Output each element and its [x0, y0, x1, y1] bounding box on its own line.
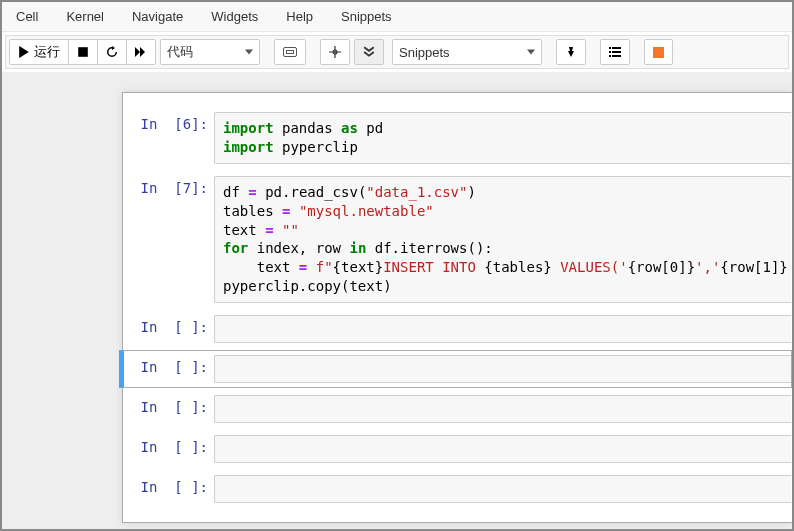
svg-marker-2 — [135, 47, 140, 57]
code-token: read_csv( — [290, 184, 366, 200]
code-token: {row[1]} — [720, 259, 787, 275]
menubar: Cell Kernel Navigate Widgets Help Snippe… — [2, 2, 792, 32]
code-cell[interactable]: In [7]:df = pd.read_csv("data_1.csv")tab… — [123, 171, 792, 308]
code-cell[interactable]: In [ ]: — [119, 350, 792, 388]
svg-rect-7 — [609, 51, 611, 53]
cell-prompt: In [ ]: — [124, 315, 214, 343]
code-token: index, row — [248, 240, 349, 256]
cell-input[interactable] — [214, 355, 791, 383]
refresh-icon — [106, 46, 118, 58]
cell-prompt: In [6]: — [124, 112, 214, 164]
cell-input[interactable] — [214, 395, 791, 423]
code-token: import — [223, 120, 274, 136]
square-icon — [653, 47, 664, 58]
variable-inspector-button[interactable] — [320, 39, 350, 65]
code-token: as — [341, 120, 358, 136]
pin-button[interactable] — [556, 39, 586, 65]
code-line: pyperclip.copy(text) — [223, 277, 783, 296]
code-token: pd — [358, 120, 383, 136]
code-token: copy(text) — [307, 278, 391, 294]
code-token: "" — [282, 222, 299, 238]
code-token: import — [223, 139, 274, 155]
code-token: pd — [257, 184, 282, 200]
code-token: {text} — [333, 259, 384, 275]
code-token: . — [392, 240, 400, 256]
jupyter-logo-button[interactable] — [644, 39, 673, 65]
code-token: {tables} — [484, 259, 551, 275]
code-token: ',' — [695, 259, 720, 275]
menu-cell[interactable]: Cell — [2, 5, 52, 28]
toggle-toolbar-button[interactable] — [354, 39, 384, 65]
menu-help[interactable]: Help — [272, 5, 327, 28]
run-label: 运行 — [34, 43, 60, 61]
code-line: for index, row in df.iterrows(): — [223, 239, 783, 258]
notebook-container: In [6]:import pandas as pdimport pypercl… — [2, 72, 792, 531]
run-button[interactable]: 运行 — [9, 39, 69, 65]
fast-forward-icon — [135, 46, 147, 58]
toolbar: 运行 代码 Snippets — [5, 35, 789, 69]
code-token: iterrows(): — [400, 240, 493, 256]
cell-input[interactable] — [214, 435, 791, 463]
snippets-selected: Snippets — [399, 45, 450, 60]
list-icon — [609, 46, 621, 58]
celltype-select[interactable]: 代码 — [160, 39, 260, 65]
code-cell[interactable]: In [6]:import pandas as pdimport pypercl… — [123, 107, 792, 169]
svg-marker-0 — [19, 46, 29, 58]
cell-prompt: In [ ]: — [124, 435, 214, 463]
code-token: pyperclip — [223, 278, 299, 294]
chevron-double-down-icon — [363, 46, 375, 58]
code-token: pandas — [274, 120, 341, 136]
cell-input[interactable] — [214, 475, 791, 503]
code-cell[interactable]: In [ ]: — [123, 470, 792, 508]
svg-rect-6 — [612, 47, 621, 49]
cell-prompt: In [ ]: — [124, 475, 214, 503]
code-token — [307, 259, 315, 275]
toc-button[interactable] — [600, 39, 630, 65]
restart-run-all-button[interactable] — [126, 39, 156, 65]
code-token — [274, 222, 282, 238]
svg-rect-9 — [609, 55, 611, 57]
code-token: VALUES(' — [552, 259, 628, 275]
cell-prompt: In [ ]: — [124, 395, 214, 423]
command-palette-button[interactable] — [274, 39, 306, 65]
code-cell[interactable]: In [ ]: — [123, 390, 792, 428]
code-cell[interactable]: In [ ]: — [123, 430, 792, 468]
interrupt-button[interactable] — [68, 39, 98, 65]
code-token: text — [223, 222, 265, 238]
code-token: text — [223, 259, 299, 275]
cell-input[interactable] — [214, 315, 791, 343]
menu-widgets[interactable]: Widgets — [197, 5, 272, 28]
code-token: = — [265, 222, 273, 238]
code-token: df — [223, 184, 248, 200]
cell-input[interactable]: df = pd.read_csv("data_1.csv")tables = "… — [214, 176, 791, 303]
code-token: "data_1.csv" — [366, 184, 467, 200]
code-token: "mysql.newtable" — [299, 203, 434, 219]
code-token: in — [349, 240, 366, 256]
notebook: In [6]:import pandas as pdimport pypercl… — [122, 92, 792, 523]
keyboard-icon — [283, 47, 297, 57]
svg-rect-10 — [612, 55, 621, 57]
code-token: pyperclip — [274, 139, 358, 155]
code-token: df — [366, 240, 391, 256]
code-line: text = "" — [223, 221, 783, 240]
code-token: = — [248, 184, 256, 200]
menu-snippets[interactable]: Snippets — [327, 5, 406, 28]
restart-button[interactable] — [97, 39, 127, 65]
code-cell[interactable]: In [ ]: — [123, 310, 792, 348]
snippets-select[interactable]: Snippets — [392, 39, 542, 65]
code-token: {row[0]} — [628, 259, 695, 275]
stop-icon — [77, 46, 89, 58]
cell-input[interactable]: import pandas as pdimport pyperclip — [214, 112, 791, 164]
code-token: INSERT INTO — [383, 259, 484, 275]
code-line: tables = "mysql.newtable" — [223, 202, 783, 221]
code-line: import pyperclip — [223, 138, 783, 157]
cell-prompt: In [7]: — [124, 176, 214, 303]
code-line: text = f"{text}INSERT INTO {tables} VALU… — [223, 258, 783, 277]
menu-navigate[interactable]: Navigate — [118, 5, 197, 28]
celltype-selected: 代码 — [167, 43, 193, 61]
code-token: ',' — [788, 259, 791, 275]
menu-kernel[interactable]: Kernel — [52, 5, 118, 28]
pin-icon — [565, 46, 577, 58]
crosshair-icon — [329, 46, 341, 58]
svg-rect-1 — [78, 47, 88, 57]
